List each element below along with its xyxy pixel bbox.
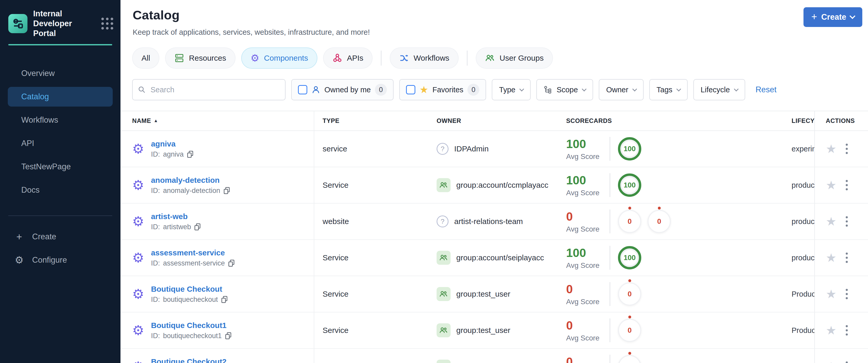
entity-lifecycle: production <box>790 217 814 226</box>
apps-grid-icon[interactable] <box>101 18 113 30</box>
tab-resources[interactable]: Resources <box>165 48 235 69</box>
scorecard-ring[interactable]: 0 <box>618 282 641 306</box>
avg-score-value: 0 <box>566 210 602 223</box>
column-header-owner[interactable]: OWNER <box>437 117 565 124</box>
row-menu-icon[interactable] <box>844 251 849 265</box>
entity-id: ID: boutiquecheckout <box>151 296 228 304</box>
copy-icon[interactable] <box>221 296 228 303</box>
entity-type: Service <box>314 326 437 335</box>
entity-name-link[interactable]: agniva <box>151 140 193 148</box>
portal-title: Internal Developer Portal <box>33 9 95 38</box>
column-header-name[interactable]: NAME ▲ <box>121 111 314 130</box>
column-header-scorecards[interactable]: SCORECARDS <box>565 117 790 124</box>
copy-icon[interactable] <box>187 151 193 158</box>
table-header-row: NAME ▲ TYPE OWNER SCORECARDS LIFECYCLE A… <box>121 111 868 131</box>
tab-separator <box>467 51 467 66</box>
chevron-down-icon <box>849 13 856 19</box>
copy-icon[interactable] <box>194 223 201 231</box>
sidebar-item-api[interactable]: API <box>8 133 113 153</box>
scorecard-ring[interactable]: 0 <box>618 210 641 233</box>
entity-name-link[interactable]: Boutique Checkout1 <box>151 321 231 330</box>
type-filter-label: Type <box>499 86 515 94</box>
favorite-star-icon[interactable]: ★ <box>826 361 836 363</box>
entity-owner: artist-relations-team <box>454 217 523 226</box>
owned-by-me-filter[interactable]: Owned by me 0 <box>291 79 394 100</box>
entity-owner: group:test_user <box>456 326 510 335</box>
group-owner-icon <box>437 178 451 192</box>
copy-icon[interactable] <box>228 260 235 267</box>
component-gear-icon: ⚙ <box>132 287 144 301</box>
entity-type: Service <box>314 181 437 189</box>
column-header-lifecycle[interactable]: LIFECYCLE <box>790 117 814 124</box>
group-owner-icon <box>437 287 451 301</box>
components-icon: ⚙ <box>251 53 259 63</box>
component-gear-icon: ⚙ <box>132 324 144 337</box>
catalog-table: NAME ▲ TYPE OWNER SCORECARDS LIFECYCLE A… <box>121 111 868 363</box>
tab-components[interactable]: ⚙ Components <box>241 48 317 69</box>
sidebar-create-label: Create <box>32 232 56 241</box>
create-button[interactable]: + Create <box>804 7 862 27</box>
scorecard-ring[interactable]: 0 <box>648 210 671 233</box>
row-menu-icon[interactable] <box>844 178 849 192</box>
tab-all[interactable]: All <box>132 48 159 69</box>
owner-filter-dropdown[interactable]: Owner <box>599 79 643 100</box>
scorecard-ring[interactable]: 0 <box>618 355 641 363</box>
entity-name-link[interactable]: artist-web <box>151 212 201 221</box>
entity-name-link[interactable]: Boutique Checkout2 <box>151 357 231 363</box>
owned-by-me-checkbox[interactable] <box>298 85 307 94</box>
favorite-star-icon[interactable]: ★ <box>826 252 836 264</box>
sidebar-item-docs[interactable]: Docs <box>8 180 113 200</box>
row-menu-icon[interactable] <box>844 360 849 363</box>
scope-filter-dropdown[interactable]: Scope <box>536 79 593 100</box>
search-input[interactable] <box>151 86 280 94</box>
scorecard-ring[interactable]: 100 <box>618 174 641 197</box>
table-row: ⚙ assessment-service ID: assessment-serv… <box>121 240 868 276</box>
tab-user-groups-label: User Groups <box>500 54 544 62</box>
tags-filter-dropdown[interactable]: Tags <box>649 79 688 100</box>
entity-owner: IDPAdmin <box>454 144 489 153</box>
tab-apis[interactable]: APIs <box>323 48 373 69</box>
sidebar-create-button[interactable]: + Create <box>8 226 113 247</box>
sidebar-divider <box>8 215 112 216</box>
favorite-star-icon[interactable]: ★ <box>826 288 836 300</box>
favorite-star-icon[interactable]: ★ <box>826 143 836 155</box>
scorecard-ring[interactable]: 100 <box>618 246 641 269</box>
type-filter-dropdown[interactable]: Type <box>492 79 531 100</box>
create-button-label: Create <box>822 12 846 22</box>
row-menu-icon[interactable] <box>844 215 849 228</box>
unknown-owner-icon: ? <box>437 215 448 228</box>
copy-icon[interactable] <box>225 332 231 339</box>
row-menu-icon[interactable] <box>844 324 849 337</box>
row-menu-icon[interactable] <box>844 142 849 156</box>
sidebar-item-workflows[interactable]: Workflows <box>8 110 113 130</box>
column-header-type[interactable]: TYPE <box>314 117 437 124</box>
scorecard-ring[interactable]: 0 <box>618 319 641 342</box>
avg-score-label: Avg Score <box>566 152 602 161</box>
sidebar-item-catalog[interactable]: Catalog <box>8 87 113 107</box>
scorecard-ring[interactable]: 100 <box>618 137 641 160</box>
sidebar-item-overview[interactable]: Overview <box>8 63 113 83</box>
avg-score-value: 0 <box>566 319 602 332</box>
avg-score-label: Avg Score <box>566 225 602 233</box>
entity-name-link[interactable]: assessment-service <box>151 248 235 257</box>
tab-workflows[interactable]: Workflows <box>390 48 459 69</box>
copy-icon[interactable] <box>223 187 230 194</box>
page-title: Catalog <box>133 8 868 22</box>
entity-name-link[interactable]: Boutique Checkout <box>151 285 228 294</box>
entity-name-link[interactable]: anomaly-detection <box>151 176 230 185</box>
entity-tabs: All Resources ⚙ Components <box>132 48 868 69</box>
row-menu-icon[interactable] <box>844 287 849 301</box>
tab-user-groups[interactable]: User Groups <box>476 48 553 69</box>
lifecycle-filter-dropdown[interactable]: Lifecycle <box>693 79 745 100</box>
favorite-star-icon[interactable]: ★ <box>826 179 836 191</box>
scorecard-divider <box>610 137 610 161</box>
favorite-star-icon[interactable]: ★ <box>826 324 836 336</box>
favorites-checkbox[interactable] <box>406 85 415 94</box>
favorites-filter[interactable]: ★ Favorites 0 <box>399 79 486 100</box>
sidebar-item-testnewpage[interactable]: TestNewPage <box>8 157 113 177</box>
scorecard-divider <box>610 355 610 363</box>
reset-filters-link[interactable]: Reset <box>755 85 777 94</box>
sidebar-configure-button[interactable]: ⚙ Configure <box>8 250 113 270</box>
favorite-star-icon[interactable]: ★ <box>826 215 836 228</box>
scope-filter-label: Scope <box>557 86 578 94</box>
